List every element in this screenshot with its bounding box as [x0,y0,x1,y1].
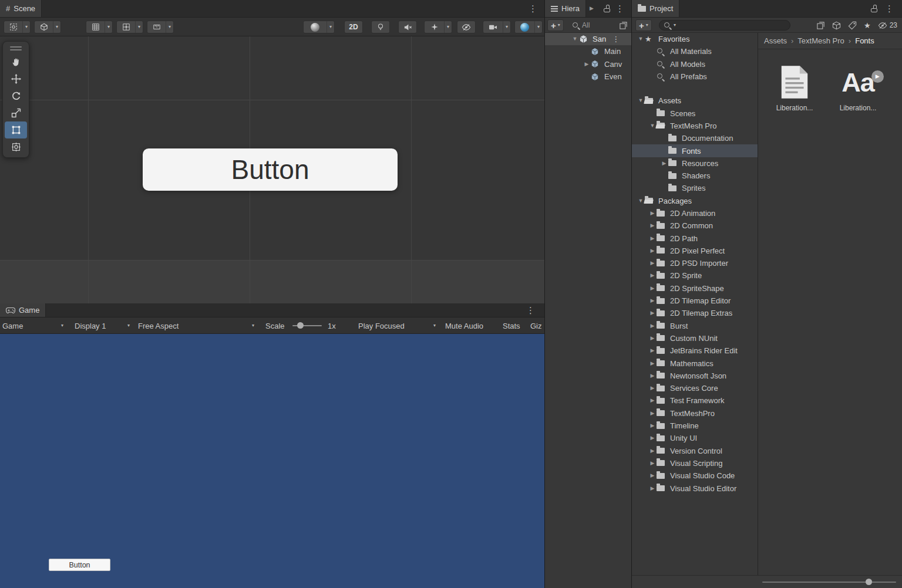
breadcrumb-fonts[interactable]: Fonts [855,36,874,45]
chevron-right-icon[interactable]: ▶ [648,248,657,254]
zoom-slider-knob[interactable] [866,579,872,585]
project-search-input[interactable]: ▾ [659,20,790,31]
draw-mode-dropdown[interactable]: ▾ [303,21,335,33]
create-dropdown[interactable]: + ▾ [547,19,564,31]
chevron-right-icon[interactable]: ▶ [648,273,657,278]
scene-lighting-button[interactable] [371,21,390,33]
tree-item-package[interactable]: ▶2D SpriteShape [632,282,758,295]
project-menu-icon[interactable]: ⋮ [885,4,894,14]
hidden-count-icon[interactable]: 23 [878,21,897,29]
tab-project[interactable]: Project [632,0,679,17]
asset-item-font[interactable]: Aa ▶ Liberation... [831,63,885,112]
tree-item-package[interactable]: ▶Custom NUnit [632,332,758,344]
rotate-tool-button[interactable] [5,87,27,104]
tree-item-documentation[interactable]: Documentation [632,132,758,144]
tree-item-package[interactable]: ▶Timeline [632,420,758,432]
camera-settings-dropdown[interactable]: ▾ [483,21,511,33]
tree-item-textmesh-pro[interactable]: ▼ TextMesh Pro [632,120,758,132]
scale-slider-knob[interactable] [297,322,304,329]
tree-item-package[interactable]: ▶Version Control [632,445,758,457]
tree-item-packages[interactable]: ▼ Packages [632,195,758,207]
tree-item-package[interactable]: ▶2D Sprite [632,269,758,282]
tree-item-all-materials[interactable]: All Materials [632,45,758,58]
effects-dropdown[interactable]: ▾ [424,21,452,33]
stats-button[interactable]: Stats [503,317,520,334]
chevron-right-icon[interactable]: ▶ [648,361,657,366]
breadcrumb-assets[interactable]: Assets [764,36,787,45]
tree-item-package[interactable]: ▶2D Tilemap Editor [632,295,758,307]
palette-drag-handle[interactable] [5,45,27,52]
hand-tool-button[interactable] [5,53,27,70]
hierarchy-item-main-camera[interactable]: Main [545,45,631,58]
scene-audio-button[interactable] [398,21,417,33]
tree-item-package[interactable]: ▶Newtonsoft Json [632,370,758,382]
mute-audio-button[interactable]: Mute Audio [445,317,483,334]
gizmos-dropdown[interactable]: ▾ [514,21,543,33]
tree-item-fonts[interactable]: Fonts [632,144,758,157]
chevron-right-icon[interactable]: ▶ [648,310,657,316]
tree-item-all-models[interactable]: All Models [632,58,758,70]
tab-game[interactable]: Game [0,303,46,317]
play-focused-dropdown[interactable]: Play Focused ▾ [358,317,436,334]
display-target-dropdown[interactable]: Game ▾ [2,317,63,334]
tree-item-package[interactable]: ▶Visual Scripting [632,457,758,469]
gizmos-button[interactable]: Giz [530,317,542,334]
hierarchy-item-scene[interactable]: ▼ San ⋮ [545,33,631,45]
chevron-right-icon[interactable]: ▶ [648,211,657,216]
chevron-right-icon[interactable]: ▶ [648,461,657,466]
grid-visibility-dropdown[interactable]: ▾ [86,21,113,33]
chevron-right-icon[interactable]: ▶ [648,448,657,454]
chevron-right-icon[interactable]: ▶ [648,473,657,478]
rect-tool-button[interactable] [5,121,27,138]
aspect-ratio-dropdown[interactable]: Free Aspect ▾ [138,317,254,334]
display-dropdown[interactable]: Display 1 ▾ [75,317,130,334]
tab-scene[interactable]: # Scene [0,0,42,17]
chevron-right-icon[interactable]: ▶ [648,323,657,329]
scene-viewport[interactable]: Button [0,36,544,303]
breadcrumb-textmesh-pro[interactable]: TextMesh Pro [797,36,844,45]
create-asset-dropdown[interactable]: + ▾ [635,19,652,31]
chevron-right-icon[interactable]: ▶ [648,298,657,303]
tree-item-all-prefabs[interactable]: All Prefabs [632,70,758,83]
chevron-right-icon[interactable]: ▶ [648,286,657,291]
tree-item-package[interactable]: ▶2D Tilemap Extras [632,307,758,319]
tree-item-package[interactable]: ▶2D Common [632,219,758,232]
hierarchy-item-canvas[interactable]: ▶ Canv [545,58,631,70]
move-tool-button[interactable] [5,70,27,87]
chevron-right-icon[interactable]: ▶ [648,435,657,441]
open-new-window-icon[interactable] [619,21,628,30]
chevron-right-icon[interactable]: ▶ [648,223,657,228]
chevron-down-icon[interactable]: ▼ [637,36,645,42]
hierarchy-item-eventsystem[interactable]: Even [545,70,631,83]
favorites-star-icon[interactable]: ★ [864,22,871,29]
2d-mode-button[interactable]: 2D [344,21,363,33]
tree-item-package[interactable]: ▶JetBrains Rider Edit [632,344,758,357]
chevron-right-icon[interactable]: ▶ [648,348,657,353]
scale-tool-button[interactable] [5,104,27,121]
asset-item-license[interactable]: Liberation... [768,63,822,112]
chevron-right-icon[interactable]: ▶ [583,62,591,67]
lock-icon[interactable] [604,5,611,13]
chevron-right-icon[interactable]: ▶ [648,398,657,403]
chevron-right-icon[interactable]: ▶ [648,236,657,241]
snap-increment-dropdown[interactable]: ▾ [147,21,174,33]
tree-item-package[interactable]: ▶Mathematics [632,357,758,369]
chevron-right-icon[interactable]: ▶ [648,423,657,428]
tree-item-package[interactable]: ▶Unity UI [632,432,758,444]
chevron-right-icon[interactable]: ▶ [648,373,657,379]
tree-item-package[interactable]: ▶Services Core [632,382,758,394]
grid-snap-dropdown[interactable]: ▾ [116,21,143,33]
hierarchy-search[interactable]: All [572,20,590,31]
game-viewport[interactable]: Button [0,334,544,588]
chevron-right-icon[interactable]: ▶ [648,336,657,341]
tab-hierarchy[interactable]: Hiera [545,0,586,17]
tree-item-package[interactable]: ▶2D Pixel Perfect [632,245,758,257]
tree-item-package[interactable]: ▶2D Path [632,232,758,244]
scene-visibility-button[interactable] [457,21,476,33]
scene-menu-icon[interactable]: ⋮ [529,4,537,14]
package-icon[interactable] [832,21,841,30]
chevron-right-icon[interactable]: ▶ [648,486,657,491]
chevron-right-icon[interactable]: ▶ [648,411,657,416]
tool-settings-dropdown[interactable]: ▾ [4,21,31,33]
scale-slider[interactable] [292,325,322,326]
